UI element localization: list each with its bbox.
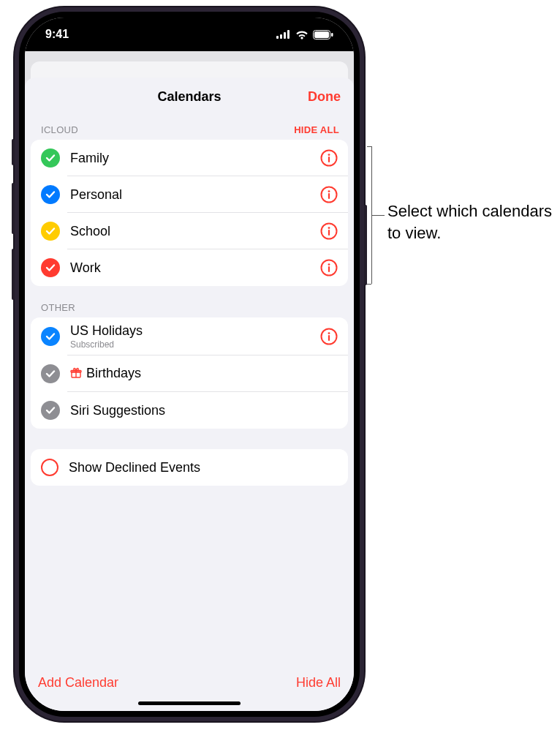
- home-indicator: [138, 701, 241, 705]
- calendar-subtitle: Subscribed: [70, 339, 320, 350]
- checkmark-icon: [41, 222, 60, 241]
- calendar-name: Personal: [70, 187, 320, 203]
- svg-rect-9: [328, 157, 330, 162]
- hide-all-button[interactable]: Hide All: [296, 675, 341, 691]
- svg-rect-18: [328, 266, 330, 272]
- calendar-name-text: Birthdays: [86, 366, 141, 380]
- svg-rect-15: [328, 230, 330, 236]
- row-main: Personal: [70, 181, 320, 208]
- status-right: [276, 30, 333, 39]
- checkmark-icon: [41, 364, 60, 383]
- row-main: US Holidays Subscribed: [70, 317, 320, 355]
- side-button: [12, 139, 15, 165]
- calendar-name: Work: [70, 260, 320, 276]
- calendar-name: School: [70, 224, 320, 239]
- add-calendar-button[interactable]: Add Calendar: [38, 675, 118, 691]
- row-main: Work: [70, 255, 320, 282]
- svg-point-20: [328, 332, 330, 334]
- svg-point-14: [328, 227, 330, 229]
- svg-rect-3: [287, 30, 290, 39]
- info-button[interactable]: [320, 222, 338, 240]
- svg-rect-1: [280, 34, 282, 39]
- section-header-other: OTHER: [25, 286, 354, 317]
- side-button: [12, 249, 15, 300]
- side-button: [12, 183, 15, 234]
- svg-rect-2: [284, 32, 286, 39]
- callout-line: [371, 215, 385, 216]
- hide-all-icloud-button[interactable]: HIDE ALL: [294, 124, 339, 135]
- status-time: 9:41: [45, 28, 69, 41]
- checkmark-icon: [41, 327, 60, 346]
- checkmark-icon: [41, 258, 60, 277]
- row-main: School: [70, 218, 320, 245]
- calendar-row-us-holidays[interactable]: US Holidays Subscribed: [31, 317, 348, 355]
- info-button[interactable]: [320, 186, 338, 203]
- calendar-row-personal[interactable]: Personal: [31, 176, 348, 213]
- svg-rect-5: [314, 31, 329, 38]
- callout-tick: [367, 146, 371, 147]
- battery-icon: [313, 30, 333, 39]
- calendars-sheet: Calendars Done ICLOUD HIDE ALL Fam: [25, 78, 354, 711]
- sheet-backdrop: [25, 51, 354, 80]
- done-button[interactable]: Done: [308, 78, 341, 116]
- info-button[interactable]: [320, 328, 338, 345]
- side-button: [364, 205, 367, 285]
- page-title: Calendars: [157, 89, 221, 105]
- calendar-row-family[interactable]: Family: [31, 140, 348, 176]
- calendar-row-school[interactable]: School: [31, 213, 348, 249]
- phone-frame: 9:41 Calendars Do: [15, 7, 364, 721]
- checkmark-icon: [41, 148, 60, 168]
- icloud-group: Family Personal: [31, 140, 348, 286]
- svg-point-17: [328, 263, 330, 266]
- svg-rect-6: [331, 33, 333, 37]
- modal-header: Calendars Done: [25, 78, 354, 116]
- calendar-row-siri[interactable]: Siri Suggestions: [31, 392, 348, 429]
- section-header-icloud: ICLOUD HIDE ALL: [25, 116, 354, 140]
- declined-group: Show Declined Events: [31, 449, 348, 486]
- svg-rect-12: [328, 193, 330, 199]
- calendar-name: Birthdays: [70, 366, 338, 383]
- cellular-icon: [276, 30, 291, 39]
- section-label: ICLOUD: [41, 124, 78, 135]
- calendar-row-birthdays[interactable]: Birthdays: [31, 355, 348, 392]
- calendar-name: US Holidays: [70, 323, 320, 339]
- callout-text: Select which calendars to view.: [387, 200, 554, 244]
- wifi-icon: [295, 30, 309, 39]
- row-main: Show Declined Events: [69, 454, 338, 481]
- other-group: US Holidays Subscribed: [31, 317, 348, 429]
- svg-rect-0: [276, 36, 279, 39]
- svg-point-11: [328, 190, 330, 192]
- show-declined-toggle[interactable]: Show Declined Events: [31, 449, 348, 486]
- unchecked-circle-icon: [41, 459, 58, 476]
- info-button[interactable]: [320, 259, 338, 276]
- svg-point-8: [328, 154, 330, 156]
- row-main: Birthdays: [70, 360, 338, 388]
- row-main: Siri Suggestions: [70, 397, 338, 424]
- svg-rect-21: [328, 335, 330, 341]
- gift-icon: [70, 367, 82, 383]
- calendar-row-work[interactable]: Work: [31, 249, 348, 286]
- section-label: OTHER: [41, 302, 75, 313]
- calendar-name: Siri Suggestions: [70, 403, 338, 418]
- dynamic-island: [143, 26, 236, 51]
- screen: 9:41 Calendars Do: [25, 18, 354, 711]
- declined-label: Show Declined Events: [69, 460, 338, 475]
- info-button[interactable]: [320, 149, 338, 167]
- row-main: Family: [70, 145, 320, 172]
- callout-tick: [367, 284, 371, 285]
- checkmark-icon: [41, 185, 60, 204]
- calendar-name: Family: [70, 151, 320, 166]
- checkmark-icon: [41, 401, 60, 420]
